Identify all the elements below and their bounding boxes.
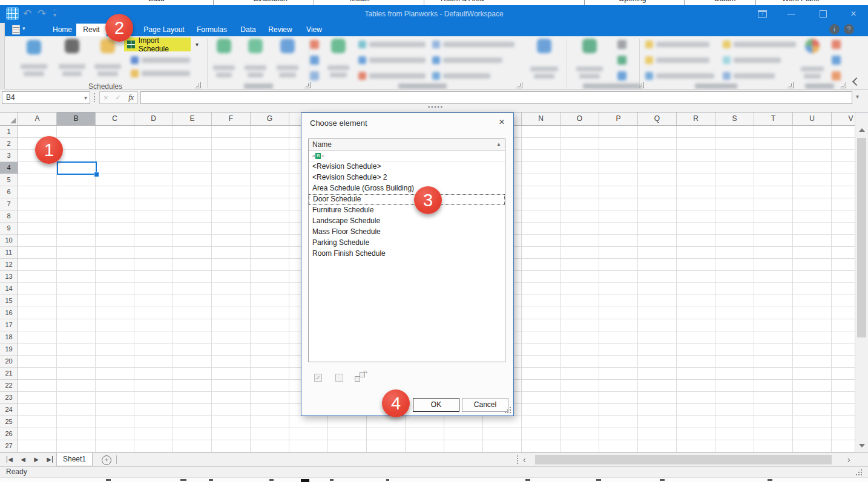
previous-sheet-button[interactable]: ◀ (17, 455, 29, 464)
ribbon-tab-view[interactable]: View (302, 24, 326, 36)
dialog-launcher-icon[interactable] (638, 82, 644, 88)
formula-enter-icon[interactable]: ✓ (116, 94, 121, 102)
ribbon-button-blurred[interactable] (617, 40, 626, 49)
ribbon-button-blurred[interactable] (131, 56, 192, 65)
ribbon-collapse-icon[interactable] (852, 77, 861, 86)
ribbon-button-blurred[interactable] (242, 37, 269, 80)
auto-filter-row[interactable]: aBc (309, 151, 505, 161)
element-list-item[interactable]: Door Schedule (309, 194, 505, 205)
ribbon-button-blurred[interactable] (432, 40, 517, 50)
element-list-item[interactable]: Parking Schedule (309, 238, 505, 249)
dialog-launcher-icon[interactable] (516, 82, 522, 88)
row-header-8[interactable]: 8 (0, 210, 18, 223)
ribbon-button-blurred[interactable] (358, 71, 428, 81)
import-schedule-button[interactable]: Import Schedule (124, 37, 191, 51)
row-header-10[interactable]: 10 (0, 235, 18, 247)
ribbon-button-blurred[interactable] (358, 40, 428, 50)
import-schedule-dropdown-icon[interactable]: ▾ (192, 37, 202, 51)
row-header-7[interactable]: 7 (0, 198, 18, 210)
column-header-E[interactable]: E (173, 112, 212, 126)
checkbox-checked-disabled[interactable]: ✓ (314, 374, 322, 382)
element-list-item[interactable]: Landscape Schedule (309, 216, 505, 227)
cancel-button[interactable]: Cancel (462, 398, 508, 412)
row-header-14[interactable]: 14 (0, 283, 18, 295)
scroll-down-icon[interactable] (859, 444, 865, 448)
ribbon-button-blurred[interactable] (131, 69, 192, 79)
help-button[interactable]: ? (844, 24, 854, 34)
row-header-13[interactable]: 13 (0, 271, 18, 283)
row-header-15[interactable]: 15 (0, 295, 18, 307)
maximize-button[interactable] (814, 5, 832, 23)
select-all-corner[interactable] (0, 112, 18, 126)
schedules-dialog-launcher-icon[interactable] (195, 82, 201, 88)
name-box[interactable]: B4 ▾ (2, 91, 90, 104)
ribbon-button-blurred[interactable] (832, 40, 841, 49)
fill-handle[interactable] (94, 172, 99, 177)
qat-customize-icon[interactable]: ▾ (53, 10, 56, 20)
first-sheet-button[interactable]: ◀ (4, 455, 16, 464)
ribbon-button-blurred[interactable] (573, 37, 607, 81)
ribbon-button-blurred[interactable] (432, 56, 505, 65)
list-column-header[interactable]: Name ▲ (309, 139, 505, 151)
ribbon-button-blurred[interactable] (832, 56, 841, 65)
vertical-scrollbar[interactable] (855, 112, 868, 452)
row-header-27[interactable]: 27 (0, 440, 18, 452)
hscroll-right-icon[interactable]: › (847, 454, 850, 466)
row-header-1[interactable]: 1 (0, 126, 18, 138)
row-header-26[interactable]: 26 (0, 428, 18, 440)
row-header-5[interactable]: 5 (0, 174, 18, 186)
ribbon-tab-formulas[interactable]: Formulas (193, 24, 231, 36)
row-header-11[interactable]: 11 (0, 247, 18, 259)
dialog-launcher-icon[interactable] (787, 82, 794, 88)
ribbon-tab-revit[interactable]: Revit (76, 24, 107, 36)
ribbon-button-blurred[interactable] (310, 71, 319, 80)
column-header-S[interactable]: S (715, 112, 754, 126)
vertical-scrollbar-thumb[interactable] (857, 138, 866, 337)
next-sheet-button[interactable]: ▶ (30, 455, 42, 464)
ribbon-button-blurred[interactable] (432, 71, 493, 81)
formula-bar-handle[interactable] (94, 93, 95, 102)
formula-cancel-icon[interactable]: × (104, 94, 108, 102)
name-box-dropdown-icon[interactable]: ▾ (84, 92, 87, 103)
ribbon-tab-data[interactable]: Data (235, 24, 261, 36)
ribbon-button-blurred[interactable] (645, 56, 712, 65)
row-header-18[interactable]: 18 (0, 331, 18, 344)
column-header-Q[interactable]: Q (638, 112, 677, 126)
column-header-F[interactable]: F (212, 112, 251, 126)
float-window-button[interactable]: ↑ (754, 5, 772, 23)
ribbon-tab-home[interactable]: Home (48, 24, 76, 36)
element-list-item[interactable]: Furniture Schedule (309, 205, 505, 216)
swap-selection-icon-disabled[interactable]: ↷ (355, 372, 368, 383)
ribbon-button-blurred[interactable] (56, 37, 88, 79)
ribbon-button-blurred[interactable] (17, 39, 51, 79)
row-header-21[interactable]: 21 (0, 368, 18, 380)
row-header-23[interactable]: 23 (0, 392, 18, 404)
ribbon-button-blurred[interactable] (617, 56, 626, 65)
checkbox-unchecked-disabled[interactable] (335, 374, 343, 382)
ribbon-button-blurred[interactable] (645, 71, 717, 81)
row-header-25[interactable]: 25 (0, 416, 18, 428)
file-menu-button[interactable]: ▾ (12, 24, 30, 36)
redo-icon[interactable]: ↷ (38, 7, 46, 21)
formula-input[interactable] (140, 91, 852, 104)
column-header-N[interactable]: N (522, 112, 561, 126)
row-header-6[interactable]: 6 (0, 186, 18, 198)
row-header-17[interactable]: 17 (0, 319, 18, 331)
column-header-B[interactable]: B (57, 112, 96, 126)
ribbon-button-blurred[interactable] (645, 40, 712, 50)
element-list-item[interactable]: Mass Floor Schedule (309, 227, 505, 238)
ribbon-tab-page-layout[interactable]: Page Layout (141, 24, 187, 36)
element-list-item[interactable]: <Revision Schedule> 2 (309, 172, 505, 183)
close-button[interactable]: × (844, 5, 863, 23)
row-header-4[interactable]: 4 (0, 162, 18, 174)
dialog-launcher-icon[interactable] (304, 82, 311, 88)
column-header-R[interactable]: R (677, 112, 715, 126)
sheet-tab-active[interactable]: Sheet1 (56, 453, 93, 466)
ribbon-button-blurred[interactable] (310, 56, 319, 65)
insert-function-icon[interactable]: fx (128, 93, 134, 102)
undo-icon[interactable]: ↶ (23, 7, 31, 21)
ok-button[interactable]: OK (413, 398, 459, 412)
ribbon-button-blurred[interactable] (274, 37, 301, 80)
horizontal-scrollbar-thumb[interactable] (535, 455, 832, 464)
row-header-22[interactable]: 22 (0, 380, 18, 392)
